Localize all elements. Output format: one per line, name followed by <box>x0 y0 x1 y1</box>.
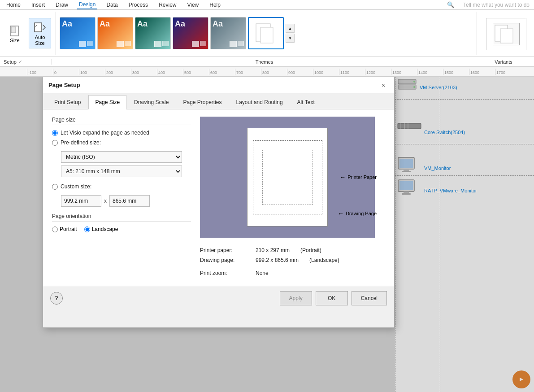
ribbon-bottom-labels: Setup ↙ Themes Variants <box>0 57 534 67</box>
svg-rect-2 <box>35 23 42 32</box>
apply-button[interactable]: Apply <box>280 291 312 305</box>
themes-section-label: Themes <box>52 59 477 65</box>
radio-group: Let Visio expand the page as needed Pre-… <box>52 130 191 207</box>
theme-dark[interactable]: Aa <box>173 17 208 49</box>
theme-orange[interactable]: Aa <box>97 17 133 49</box>
drawing-page-info-extra: (Landscape) <box>309 256 339 266</box>
menu-home[interactable]: Home <box>4 1 22 9</box>
variant-preview <box>486 18 526 50</box>
landscape-option: Landscape <box>84 226 118 232</box>
menu-help[interactable]: Help <box>208 1 222 9</box>
menu-review[interactable]: Review <box>157 1 178 9</box>
paper-size-dropdown[interactable]: A5: 210 mm x 148 mm <box>61 166 182 177</box>
drawing-page-info-label: Drawing page: <box>200 256 254 266</box>
canvas-area[interactable]: VM Server(2103) Core Switch(2504) <box>0 77 534 392</box>
dialog-content: Page size Let Visio expand the page as n… <box>43 109 394 286</box>
ok-button[interactable]: OK <box>316 291 348 305</box>
theme-gray[interactable]: Aa <box>210 17 246 49</box>
ruler-mark: 200 <box>105 69 131 75</box>
menu-draw[interactable]: Draw <box>54 1 70 9</box>
svg-rect-6 <box>500 29 513 43</box>
dialog-close-button[interactable]: × <box>378 80 389 91</box>
tab-drawing-scale[interactable]: Drawing Scale <box>127 95 175 109</box>
ruler-mark: 1500 <box>443 69 469 75</box>
landscape-label: Landscape <box>92 226 118 232</box>
menu-design[interactable]: Design <box>77 0 97 9</box>
radio-portrait[interactable] <box>52 226 58 232</box>
printer-paper-info-row: Printer paper: 210 x 297 mm (Portrait) <box>200 246 385 256</box>
dialog-title: Page Setup <box>48 82 80 88</box>
cancel-button[interactable]: Cancel <box>352 291 387 305</box>
ruler-mark: 1200 <box>365 69 391 75</box>
ruler-mark: 1700 <box>495 69 521 75</box>
predefined-dropdowns: Metric (ISO) A5: 210 mm x 148 mm <box>52 149 191 177</box>
ruler-mark: 500 <box>183 69 209 75</box>
variants-section-label: Variants <box>477 59 530 65</box>
svg-rect-4 <box>260 27 273 43</box>
metric-dropdown[interactable]: Metric (ISO) <box>61 151 182 163</box>
ruler-mark: 600 <box>209 69 235 75</box>
ruler-content: -100 0 100 200 300 400 500 600 700 800 9… <box>27 69 521 75</box>
search-placeholder[interactable]: Tell me what you want to do <box>463 2 530 8</box>
printer-paper-info-extra: (Portrait) <box>300 246 321 256</box>
tab-print-setup[interactable]: Print Setup <box>48 95 87 109</box>
printer-paper-info-value: 210 x 297 mm <box>256 246 290 256</box>
preview-area: ← Printer Paper ← Drawing Page <box>200 117 375 238</box>
ribbon-setup: Size AutoSize <box>4 12 56 55</box>
svg-rect-1 <box>11 27 16 33</box>
dialog-tabs: Print Setup Page Size Drawing Scale Page… <box>43 93 394 109</box>
tab-alt-text[interactable]: Alt Text <box>291 95 321 109</box>
menu-insert[interactable]: Insert <box>30 1 47 9</box>
ruler-mark: 300 <box>131 69 157 75</box>
radio-predefined-label: Pre-defined size: <box>61 139 101 146</box>
auto-size-label: AutoSize <box>35 35 45 46</box>
portrait-label: Portrait <box>60 226 77 232</box>
custom-x-separator: x <box>104 198 107 204</box>
menu-process[interactable]: Process <box>127 1 150 9</box>
custom-height-input[interactable] <box>109 195 150 207</box>
auto-size-button[interactable]: AutoSize <box>29 18 51 48</box>
radio-expand-row: Let Visio expand the page as needed <box>52 130 191 136</box>
ruler-mark: 1100 <box>339 69 365 75</box>
orientation-section-title: Page orientation <box>52 213 191 222</box>
menu-data[interactable]: Data <box>104 1 119 9</box>
radio-expand[interactable] <box>52 130 58 136</box>
info-section: Printer paper: 210 x 297 mm (Portrait) D… <box>200 246 385 279</box>
radio-custom[interactable] <box>52 184 58 190</box>
theme-scroll-up[interactable]: ▲ <box>286 24 295 33</box>
setup-expand-icon[interactable]: ↙ <box>18 59 22 64</box>
drawing-page-info-value: 999.2 x 865.6 mm <box>256 256 299 266</box>
dialog-left-panel: Page size Let Visio expand the page as n… <box>52 117 191 279</box>
theme-scroll-down[interactable]: ▼ <box>286 34 295 43</box>
preview-drawing <box>253 140 322 214</box>
menu-view[interactable]: View <box>185 1 200 9</box>
printer-paper-info-label: Printer paper: <box>200 246 254 256</box>
theme-blank[interactable] <box>248 17 284 49</box>
print-zoom-row: Print zoom: None <box>200 269 385 279</box>
theme-blue[interactable]: Aa <box>60 17 96 49</box>
drawing-page-info-row: Drawing page: 999.2 x 865.6 mm (Landscap… <box>200 256 385 266</box>
ruler-mark: 1300 <box>391 69 417 75</box>
menu-bar: Home Insert Draw Design Data Process Rev… <box>0 0 534 10</box>
tab-page-size[interactable]: Page Size <box>88 95 126 109</box>
size-button[interactable]: Size <box>4 21 26 45</box>
custom-size-inputs: x <box>61 195 191 207</box>
tab-page-properties[interactable]: Page Properties <box>176 95 228 109</box>
ruler-mark: 0 <box>53 69 79 75</box>
page-size-section-title: Page size <box>52 117 191 125</box>
page-setup-dialog: Page Setup × Print Setup Page Size Drawi… <box>43 77 395 328</box>
ruler-mark: 800 <box>261 69 287 75</box>
tab-layout-routing[interactable]: Layout and Routing <box>230 95 290 109</box>
orientation-section: Page orientation Portrait Landscape <box>52 213 191 232</box>
ruler-mark: 400 <box>157 69 183 75</box>
ribbon: Size AutoSize Aa <box>0 10 534 57</box>
theme-teal[interactable]: Aa <box>135 17 171 49</box>
setup-label: Setup <box>4 59 17 65</box>
help-button[interactable]: ? <box>50 292 63 305</box>
custom-width-input[interactable] <box>61 195 101 207</box>
print-zoom-value: None <box>256 269 269 279</box>
orientation-row: Portrait Landscape <box>52 226 191 232</box>
drawing-page-label: Drawing Page <box>346 211 377 216</box>
radio-predefined[interactable] <box>52 140 58 146</box>
radio-landscape[interactable] <box>84 226 90 232</box>
